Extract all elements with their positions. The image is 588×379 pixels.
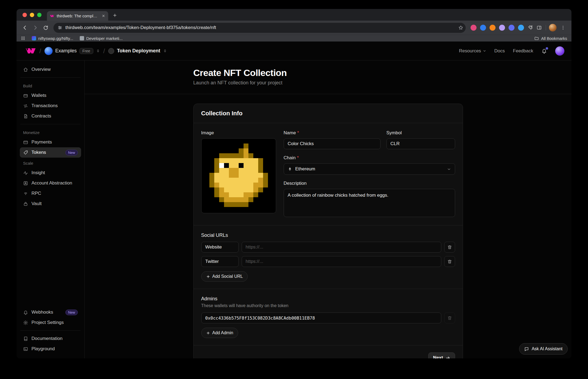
forward-button[interactable] bbox=[30, 23, 40, 33]
resources-menu[interactable]: Resources bbox=[459, 48, 486, 54]
sidebar-item-contracts[interactable]: Contracts bbox=[20, 111, 81, 121]
sidebar-item-playground[interactable]: Playground bbox=[20, 344, 81, 354]
chevron-down-icon bbox=[447, 167, 451, 171]
sidebar-spacer bbox=[20, 209, 81, 307]
sidebar-item-webhooks[interactable]: Webhooks New bbox=[20, 307, 81, 317]
name-label: Name* bbox=[284, 130, 381, 136]
all-bookmarks-button[interactable]: All Bookmarks bbox=[534, 36, 567, 41]
extension-icon[interactable] bbox=[471, 25, 477, 31]
social-platform-input[interactable] bbox=[201, 256, 239, 267]
webhook-icon bbox=[23, 310, 28, 315]
sidebar-item-project-settings[interactable]: Project Settings bbox=[20, 317, 81, 328]
extension-icon[interactable] bbox=[490, 25, 496, 31]
chain-select[interactable]: Ethereum bbox=[284, 163, 455, 175]
extension-icon[interactable] bbox=[480, 25, 486, 31]
back-button[interactable] bbox=[20, 23, 30, 33]
sidebar-group-monetize: Monetize bbox=[20, 127, 81, 137]
account-avatar[interactable] bbox=[555, 46, 564, 56]
reload-button[interactable] bbox=[40, 23, 51, 33]
sidebar: Overview Build Wallets Transactions bbox=[17, 60, 85, 358]
plus-icon bbox=[206, 331, 210, 335]
content-area: Collection Info Image bbox=[85, 94, 571, 358]
apps-grid-icon[interactable] bbox=[21, 36, 25, 40]
sidebar-item-overview[interactable]: Overview bbox=[20, 64, 81, 75]
profile-button[interactable] bbox=[548, 23, 558, 33]
sidebar-item-label: Wallets bbox=[31, 93, 46, 98]
sidebar-group-build: Build bbox=[20, 80, 81, 90]
team-switcher[interactable]: Examples Free bbox=[44, 47, 100, 55]
account-abstraction-icon bbox=[23, 181, 28, 186]
close-window-button[interactable] bbox=[23, 13, 27, 17]
project-name: Token Deployment bbox=[117, 48, 160, 54]
browser-tab[interactable]: thirdweb: The complete web3... bbox=[47, 11, 108, 21]
transactions-icon bbox=[23, 103, 28, 109]
admin-address-input[interactable] bbox=[201, 313, 441, 323]
required-asterisk: * bbox=[297, 130, 299, 136]
chrome-menu-button[interactable] bbox=[558, 23, 568, 33]
chain-label: Chain* bbox=[284, 155, 455, 161]
docs-link[interactable]: Docs bbox=[494, 48, 505, 54]
add-social-url-button[interactable]: Add Social URL bbox=[201, 271, 248, 282]
name-input[interactable] bbox=[284, 138, 381, 149]
sidebar-item-account-abstraction[interactable]: Account Abstraction bbox=[20, 178, 81, 188]
chevron-down-icon bbox=[483, 49, 486, 53]
sidebar-item-vault[interactable]: Vault bbox=[20, 199, 81, 209]
side-panel-icon[interactable] bbox=[536, 25, 542, 30]
sidebar-item-label: Account Abstraction bbox=[31, 180, 72, 186]
sidebar-item-label: Payments bbox=[31, 139, 52, 145]
sidebar-divider bbox=[20, 330, 81, 331]
maximize-window-button[interactable] bbox=[37, 13, 41, 17]
tab-close-icon[interactable] bbox=[102, 14, 105, 18]
new-tab-button[interactable] bbox=[110, 11, 119, 20]
delete-social-url-button[interactable] bbox=[444, 256, 455, 267]
delete-social-url-button[interactable] bbox=[444, 242, 455, 253]
social-platform-input[interactable] bbox=[201, 242, 239, 253]
add-admin-button[interactable]: Add Admin bbox=[201, 328, 238, 338]
sidebar-item-payments[interactable]: Payments bbox=[20, 137, 81, 147]
ask-ai-assistant-button[interactable]: Ask AI Assistant bbox=[519, 343, 568, 355]
browser-toolbar: thirdweb.com/team/examples/Token-Deploym… bbox=[17, 21, 571, 35]
symbol-input[interactable] bbox=[386, 138, 455, 149]
minimize-window-button[interactable] bbox=[30, 13, 34, 17]
site-settings-icon[interactable] bbox=[57, 25, 62, 30]
rpc-signal-icon bbox=[23, 191, 28, 196]
sidebar-item-documentation[interactable]: Documentation bbox=[20, 333, 81, 344]
admins-subtext: These wallets will have authority on the… bbox=[201, 303, 455, 308]
social-urls-label: Social URLs bbox=[201, 233, 455, 238]
sidebar-item-tokens[interactable]: Tokens New bbox=[20, 147, 81, 158]
project-switcher[interactable]: Token Deployment bbox=[108, 48, 167, 54]
bookmark-item[interactable]: niftyswap.gg/Nifty... bbox=[32, 36, 73, 41]
social-url-input[interactable] bbox=[242, 256, 441, 267]
breadcrumb-slash: / bbox=[39, 47, 41, 55]
next-button[interactable]: Next bbox=[428, 352, 455, 358]
sidebar-item-rpc[interactable]: RPC bbox=[20, 188, 81, 199]
extension-icon[interactable] bbox=[509, 25, 514, 31]
sidebar-item-wallets[interactable]: Wallets bbox=[20, 90, 81, 101]
notification-dot bbox=[546, 47, 548, 50]
vault-lock-icon bbox=[23, 201, 28, 206]
new-badge: New bbox=[65, 150, 78, 155]
social-url-input[interactable] bbox=[242, 242, 441, 253]
new-badge: New bbox=[65, 310, 78, 315]
address-bar[interactable]: thirdweb.com/team/examples/Token-Deploym… bbox=[53, 23, 466, 33]
required-asterisk: * bbox=[297, 155, 299, 161]
description-textarea[interactable]: A collection of rainbow chicks hatched f… bbox=[284, 189, 455, 217]
collection-image[interactable] bbox=[201, 138, 276, 213]
card-title: Collection Info bbox=[201, 110, 455, 117]
sidebar-item-label: Webhooks bbox=[31, 310, 53, 315]
all-bookmarks-label: All Bookmarks bbox=[541, 36, 567, 41]
notifications-button[interactable] bbox=[541, 48, 547, 54]
extensions-puzzle-icon[interactable] bbox=[528, 25, 533, 30]
bookmark-item[interactable]: Developer marketi... bbox=[80, 36, 123, 41]
sidebar-item-label: Contracts bbox=[31, 113, 51, 119]
sidebar-item-insight[interactable]: Insight bbox=[20, 168, 81, 178]
bookmark-star-icon[interactable] bbox=[458, 25, 464, 30]
delete-admin-button[interactable] bbox=[444, 313, 455, 323]
thirdweb-logo[interactable] bbox=[24, 47, 36, 55]
extension-icon[interactable] bbox=[518, 25, 524, 31]
page-title: Create NFT Collection bbox=[193, 68, 463, 78]
extension-icon[interactable] bbox=[499, 25, 505, 31]
sidebar-item-transactions[interactable]: Transactions bbox=[20, 101, 81, 111]
thirdweb-favicon-icon bbox=[50, 14, 54, 18]
feedback-link[interactable]: Feedback bbox=[513, 48, 533, 54]
